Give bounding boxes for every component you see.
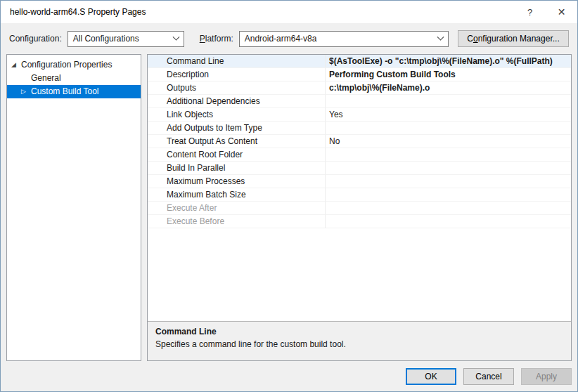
property-pages-dialog: hello-world-arm64.S Property Pages ? ✕ C… <box>0 0 578 392</box>
property-row[interactable]: Content Root Folder <box>148 148 571 162</box>
chevron-down-icon <box>437 33 444 40</box>
property-name[interactable]: Description <box>148 68 326 81</box>
property-name[interactable]: Execute Before <box>148 215 326 228</box>
configuration-label: Configuration: <box>9 34 62 44</box>
ok-button[interactable]: OK <box>406 368 456 385</box>
help-icon: ? <box>527 7 532 18</box>
configuration-manager-button[interactable]: Configuration Manager... <box>458 30 569 47</box>
property-name[interactable]: Command Line <box>148 55 326 68</box>
property-value[interactable]: Yes <box>326 108 571 122</box>
footer-buttons: OK Cancel Apply <box>1 361 577 391</box>
property-row[interactable]: Link ObjectsYes <box>148 108 571 122</box>
property-row[interactable]: Outputsc:\tmp\obj\%(FileName).o <box>148 81 571 95</box>
tree-item-custom-build-tool[interactable]: ▷Custom Build Tool <box>7 85 141 98</box>
property-name[interactable]: Maximum Processes <box>148 175 326 188</box>
property-row[interactable]: Additional Dependencies <box>148 95 571 108</box>
platform-label-text: latform: <box>205 34 233 44</box>
tree-item-label: General <box>31 72 61 85</box>
config-manager-label-mnemonic: o <box>473 34 478 44</box>
property-value[interactable]: Performing Custom Build Tools <box>326 68 571 81</box>
tree-item-label: Custom Build Tool <box>31 85 99 98</box>
platform-dropdown[interactable]: Android-arm64-v8a <box>239 31 449 47</box>
configuration-dropdown[interactable]: All Configurations <box>68 31 184 47</box>
property-row[interactable]: Maximum Batch Size <box>148 188 571 202</box>
tree-item-configuration-properties[interactable]: ◢Configuration Properties <box>7 58 141 72</box>
property-value[interactable] <box>326 215 571 228</box>
property-grid: Command Line$(AsToolExe) -o "c:\tmp\obj\… <box>148 55 571 321</box>
property-name[interactable]: Maximum Batch Size <box>148 188 326 202</box>
property-value[interactable] <box>326 162 571 175</box>
property-name[interactable]: Additional Dependencies <box>148 95 326 108</box>
property-name[interactable]: Execute After <box>148 202 326 215</box>
apply-button[interactable]: Apply <box>521 368 572 385</box>
configuration-dropdown-value: All Configurations <box>73 34 139 44</box>
cancel-button[interactable]: Cancel <box>463 368 514 385</box>
platform-label-mnemonic: P <box>200 34 205 44</box>
property-value[interactable] <box>326 202 571 215</box>
property-name[interactable]: Outputs <box>148 81 326 95</box>
platform-dropdown-value: Android-arm64-v8a <box>245 34 317 44</box>
property-value[interactable]: No <box>326 135 571 148</box>
chevron-down-icon <box>172 33 179 40</box>
close-icon: ✕ <box>558 6 566 18</box>
property-row[interactable]: DescriptionPerforming Custom Build Tools <box>148 68 571 81</box>
configuration-tree: ◢Configuration PropertiesGeneral▷Custom … <box>6 54 141 361</box>
window-title: hello-world-arm64.S Property Pages <box>1 7 514 17</box>
property-value[interactable] <box>326 95 571 108</box>
tree-item-label: Configuration Properties <box>21 58 112 72</box>
configuration-bar: Configuration: All Configurations Platfo… <box>1 23 577 54</box>
property-name[interactable]: Build In Parallel <box>148 162 326 175</box>
property-name[interactable]: Treat Output As Content <box>148 135 326 148</box>
property-row[interactable]: Execute Before <box>148 215 571 228</box>
dialog-body: ◢Configuration PropertiesGeneral▷Custom … <box>1 54 577 361</box>
help-button[interactable]: ? <box>514 1 546 23</box>
property-row[interactable]: Treat Output As ContentNo <box>148 135 571 148</box>
property-row[interactable]: Execute After <box>148 202 571 215</box>
property-row[interactable]: Add Outputs to Item Type <box>148 122 571 135</box>
property-name[interactable]: Content Root Folder <box>148 148 326 162</box>
property-row[interactable]: Maximum Processes <box>148 175 571 188</box>
tree-collapsed-icon[interactable]: ▷ <box>21 85 31 98</box>
tree-expanded-icon[interactable]: ◢ <box>11 58 21 72</box>
property-value[interactable]: $(AsToolExe) -o "c:\tmp\obj\%(FileName).… <box>326 55 571 68</box>
property-value[interactable] <box>326 175 571 188</box>
property-value[interactable]: c:\tmp\obj\%(FileName).o <box>326 81 571 95</box>
tree-item-general[interactable]: General <box>7 72 141 85</box>
property-row[interactable]: Command Line$(AsToolExe) -o "c:\tmp\obj\… <box>148 55 571 68</box>
description-title: Command Line <box>155 327 563 337</box>
close-button[interactable]: ✕ <box>546 1 577 23</box>
property-value[interactable] <box>326 122 571 135</box>
description-pane: Command Line Specifies a command line fo… <box>148 321 571 360</box>
property-panel: Command Line$(AsToolExe) -o "c:\tmp\obj\… <box>147 54 572 361</box>
property-name[interactable]: Add Outputs to Item Type <box>148 122 326 135</box>
property-name[interactable]: Link Objects <box>148 108 326 122</box>
platform-label: Platform: <box>200 34 233 44</box>
config-manager-label-text: nfiguration Manager... <box>478 34 560 44</box>
config-manager-label-pre: C <box>467 34 473 44</box>
titlebar: hello-world-arm64.S Property Pages ? ✕ <box>1 1 577 23</box>
property-value[interactable] <box>326 188 571 202</box>
description-text: Specifies a command line for the custom … <box>155 339 563 349</box>
property-row[interactable]: Build In Parallel <box>148 162 571 175</box>
property-value[interactable] <box>326 148 571 162</box>
